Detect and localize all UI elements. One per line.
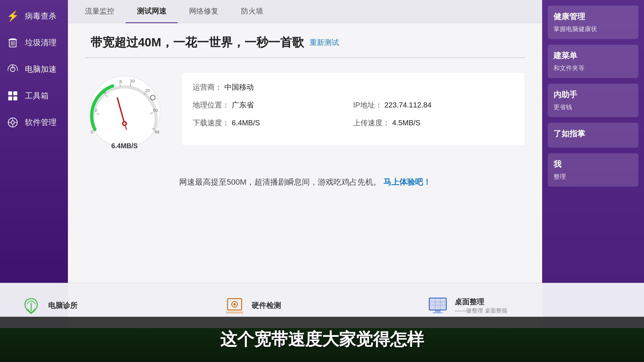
sidebar-label-tools: 工具箱 <box>25 90 49 101</box>
svg-text:50: 50 <box>153 108 158 113</box>
clinic-icon <box>20 294 42 317</box>
svg-rect-5 <box>8 39 17 40</box>
sidebar-item-tools[interactable]: 工具箱 <box>0 83 68 109</box>
download-value: 6.4MB/S <box>232 118 260 127</box>
svg-rect-46 <box>226 311 243 314</box>
hardware-name: 硬件检测 <box>252 301 281 311</box>
right-assistant-subtitle: 更省钱 <box>553 103 633 111</box>
subtitle-text: 这个宽带速度大家觉得怎样 <box>220 328 424 351</box>
info-upload: 上传速度： 4.5MB/S <box>353 118 514 128</box>
trash-icon <box>6 36 20 50</box>
svg-rect-48 <box>430 299 445 309</box>
right-menu-title: 建菜单 <box>553 50 633 61</box>
sidebar-item-virus[interactable]: ⚡ 病毒查杀 <box>0 3 68 29</box>
promo-link[interactable]: 马上体验吧！ <box>383 178 431 186</box>
info-ip: IP地址： 223.74.112.84 <box>353 100 514 110</box>
sidebar-item-software[interactable]: 软件管理 <box>0 109 68 136</box>
svg-point-41 <box>233 303 236 305</box>
result-header: 带宽超过40M，一花一世界，一秒一首歌 重新测试 <box>85 35 525 58</box>
desktop-info: 桌面整理 ——健整理 桌面整顿 <box>455 297 507 314</box>
virus-icon: ⚡ <box>6 9 20 23</box>
speed-icon <box>6 62 20 76</box>
right-menu-subtitle: 和文件夹等 <box>553 64 633 72</box>
download-label: 下载速度： <box>193 118 229 128</box>
tab-repair[interactable]: 网络修复 <box>178 0 230 23</box>
retest-link[interactable]: 重新测试 <box>310 38 339 48</box>
isp-value: 中国移动 <box>224 82 254 92</box>
right-organize-subtitle: 整理 <box>553 173 633 181</box>
software-icon <box>6 115 20 130</box>
tab-bar: 流量监控 测试网速 网络修复 防火墙 <box>68 0 542 23</box>
svg-rect-54 <box>433 312 443 313</box>
svg-rect-9 <box>8 96 12 100</box>
bottom-tool-hardware[interactable]: 硬件检测 <box>220 292 424 320</box>
svg-text:99: 99 <box>154 130 159 134</box>
desktop-desc: ——健整理 桌面整顿 <box>455 307 507 314</box>
result-title: 带宽超过40M，一花一世界，一秒一首歌 <box>91 35 304 50</box>
isp-label: 运营商： <box>193 82 222 92</box>
location-label: 地理位置： <box>193 100 229 110</box>
main-content: 流量监控 测试网速 网络修复 防火墙 带宽超过40M，一花一世界，一秒一首歌 重… <box>68 0 542 328</box>
desktop-icon <box>426 294 449 317</box>
speed-content: 带宽超过40M，一花一世界，一秒一首歌 重新测试 <box>68 23 542 328</box>
info-panel: 运营商： 中国移动 地理位置： 广东省 IP地址： 223.74.112.84 <box>181 72 525 146</box>
info-row-location-ip: 地理位置： 广东省 IP地址： 223.74.112.84 <box>193 100 514 110</box>
speedometer: 0 2 4 8 10 20 50 99 <box>85 72 164 151</box>
ip-label: IP地址： <box>353 100 382 110</box>
svg-text:8: 8 <box>119 79 122 84</box>
promo-text: 网速最高提至500M，超清播剧瞬息间，游戏吃鸡占先机。 马上体验吧！ <box>85 168 525 196</box>
clinic-name: 电脑诊所 <box>48 301 78 311</box>
svg-line-32 <box>150 113 153 113</box>
promo-content: 网速最高提至500M，超清播剧瞬息间，游戏吃鸡占先机。 <box>179 178 381 186</box>
sidebar-label-speed: 电脑加速 <box>25 64 57 75</box>
right-info-title: 了如指掌 <box>553 128 633 139</box>
right-section-assistant[interactable]: 内助手 更省钱 <box>548 84 638 117</box>
tab-speedtest[interactable]: 测试网速 <box>126 0 178 23</box>
info-location: 地理位置： 广东省 <box>193 100 353 110</box>
location-value: 广东省 <box>232 100 254 110</box>
app-window: ⚡ 病毒查杀 垃圾清理 <box>0 0 644 328</box>
bottom-tool-desktop[interactable]: 桌面整理 ——健整理 桌面整顿 <box>424 292 627 320</box>
tab-firewall[interactable]: 防火墙 <box>230 0 274 23</box>
hardware-icon <box>223 294 246 317</box>
right-health-title: 健康管理 <box>553 11 633 22</box>
info-row-isp: 运营商： 中国移动 <box>193 82 514 92</box>
info-row-speed: 下载速度： 6.4MB/S 上传速度： 4.5MB/S <box>193 118 514 128</box>
info-isp: 运营商： 中国移动 <box>193 82 514 92</box>
svg-rect-0 <box>10 38 16 39</box>
desktop-name: 桌面整理 <box>455 297 507 307</box>
svg-text:2: 2 <box>95 108 97 113</box>
svg-rect-8 <box>13 91 17 95</box>
sidebar-item-trash[interactable]: 垃圾清理 <box>0 29 68 56</box>
right-section-organize[interactable]: 我 整理 <box>548 153 638 187</box>
right-section-health[interactable]: 健康管理 掌握电脑健康状 <box>548 6 638 39</box>
sidebar-label-trash: 垃圾清理 <box>25 37 57 48</box>
right-sidebar: 健康管理 掌握电脑健康状 建菜单 和文件夹等 内助手 更省钱 了如指掌 我 整理 <box>542 0 644 328</box>
svg-text:20: 20 <box>145 88 150 93</box>
svg-text:10: 10 <box>130 78 135 83</box>
hardware-info: 硬件检测 <box>252 301 281 311</box>
sidebar-label-virus: 病毒查杀 <box>25 11 57 21</box>
upload-label: 上传速度： <box>353 118 390 128</box>
svg-text:0: 0 <box>91 130 93 134</box>
svg-text:4: 4 <box>104 90 106 95</box>
sidebar-item-speed[interactable]: 电脑加速 <box>0 56 68 83</box>
svg-rect-7 <box>8 91 12 95</box>
tab-monitor[interactable]: 流量监控 <box>74 0 126 23</box>
sidebar-label-software: 软件管理 <box>25 117 57 128</box>
tools-icon <box>6 89 20 103</box>
upload-value: 4.5MB/S <box>392 118 420 127</box>
bottom-tool-clinic[interactable]: 电脑诊所 <box>17 292 220 320</box>
right-health-subtitle: 掌握电脑健康状 <box>553 25 633 33</box>
speed-main: 0 2 4 8 10 20 50 99 <box>85 72 525 151</box>
svg-rect-53 <box>435 310 441 312</box>
ip-value: 223.74.112.84 <box>385 101 432 109</box>
subtitle-banner: 这个宽带速度大家觉得怎样 <box>0 317 644 362</box>
svg-point-37 <box>123 122 126 125</box>
right-organize-title: 我 <box>553 159 633 170</box>
right-section-menu[interactable]: 建菜单 和文件夹等 <box>548 45 638 78</box>
speed-display: 6.4MB/S <box>111 142 138 150</box>
sidebar: ⚡ 病毒查杀 垃圾清理 <box>0 0 68 328</box>
right-section-info[interactable]: 了如指掌 <box>548 123 638 148</box>
info-download: 下载速度： 6.4MB/S <box>193 118 353 128</box>
